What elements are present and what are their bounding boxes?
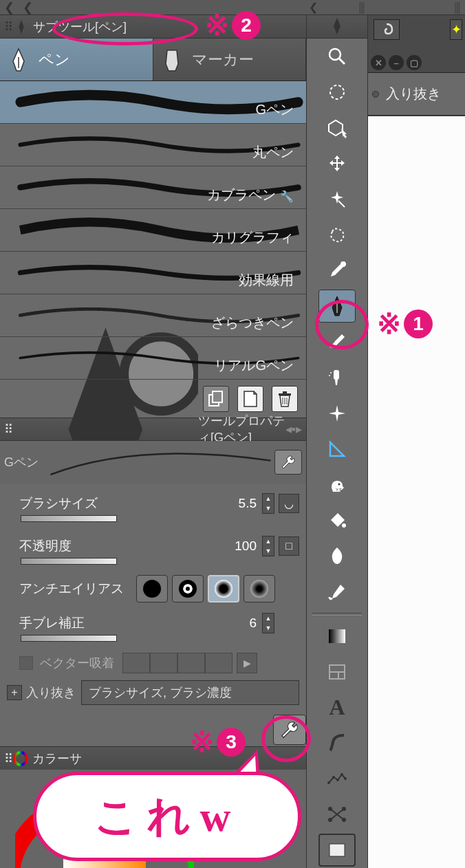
- inout-dropdown[interactable]: ブラシサイズ, ブラシ濃度: [81, 680, 299, 705]
- tool-gradient[interactable]: [318, 540, 356, 573]
- svg-point-28: [332, 776, 335, 779]
- tool-eyedropper[interactable]: [318, 254, 356, 287]
- maximize-window-button[interactable]: ▢: [407, 55, 422, 70]
- svg-point-11: [329, 49, 340, 60]
- tool-correct-line[interactable]: [318, 798, 356, 831]
- swirl-icon[interactable]: [374, 19, 400, 40]
- tool-last[interactable]: [318, 834, 356, 867]
- vector-snap-more[interactable]: ▶: [237, 653, 257, 673]
- svg-rect-4: [283, 391, 287, 393]
- opacity-slider[interactable]: [21, 558, 117, 565]
- inout-expand-button[interactable]: +: [7, 685, 22, 700]
- document-name[interactable]: 入り抜き: [386, 85, 441, 103]
- tool-operation[interactable]: [318, 111, 356, 144]
- tool-fill[interactable]: [318, 504, 356, 537]
- svg-point-18: [330, 372, 332, 373]
- subtool-panel-title-bar[interactable]: ⠿ サブツール[ペン]: [0, 15, 306, 39]
- brush-size-pressure-button[interactable]: ◡: [279, 494, 299, 513]
- vector-snap-checkbox[interactable]: [19, 656, 33, 670]
- eyedropper-icon: [327, 260, 347, 281]
- tool-move-layer[interactable]: [318, 147, 356, 180]
- brush-item-zaratsuki[interactable]: ざらつきペン: [0, 294, 306, 337]
- antialias-option-weak[interactable]: [172, 575, 204, 603]
- slider-indicator-icon[interactable]: ◂▪▸: [285, 422, 302, 437]
- svg-line-14: [338, 201, 345, 207]
- svg-point-37: [342, 818, 346, 822]
- panel-menu-icon[interactable]: ⠿: [4, 19, 11, 34]
- stabilize-slider[interactable]: [21, 635, 117, 642]
- tool-eraser[interactable]: [318, 433, 356, 466]
- tool-balloon[interactable]: [318, 726, 356, 759]
- magnifier-icon: [327, 46, 347, 67]
- close-window-button[interactable]: ✕: [371, 55, 386, 70]
- tool-frame[interactable]: [318, 655, 356, 688]
- tool-pen[interactable]: [318, 290, 356, 323]
- svg-rect-23: [329, 629, 345, 643]
- vector-snap-options[interactable]: [122, 653, 232, 673]
- tool-figure[interactable]: [318, 576, 356, 609]
- paint-brush-icon: [327, 582, 347, 603]
- brush-size-slider[interactable]: [21, 515, 117, 522]
- tool-selection[interactable]: [318, 183, 356, 216]
- stabilize-value: 6: [214, 616, 262, 631]
- tool-zoom[interactable]: [318, 40, 356, 73]
- brush-item-calligraphy[interactable]: カリグラフィ: [0, 209, 306, 252]
- canvas-area[interactable]: [368, 116, 465, 868]
- left-panel-topbar: ❮ ❮ |||: [0, 0, 465, 15]
- duplicate-brush-button[interactable]: [203, 386, 229, 412]
- panel-menu-icon[interactable]: ⠿: [4, 422, 13, 437]
- brush-item-realgpen[interactable]: リアルGペン: [0, 337, 306, 380]
- color-panel-title: カラーサ: [32, 750, 82, 767]
- brush-settings-button[interactable]: [274, 450, 302, 475]
- tab-marker[interactable]: マーカー: [153, 39, 307, 80]
- panel-grip-icon[interactable]: |||: [454, 0, 459, 14]
- tool-move[interactable]: [318, 76, 356, 109]
- brush-preview-label: Gペン: [4, 454, 39, 470]
- antialias-option-strong[interactable]: [244, 575, 275, 603]
- tool-palette-header[interactable]: [307, 15, 367, 39]
- brush-size-spinner[interactable]: ▲▼: [262, 493, 274, 514]
- tool-airbrush[interactable]: [318, 361, 356, 394]
- tool-blend[interactable]: Y.S: [318, 468, 356, 501]
- tool-gradient-tool[interactable]: [318, 620, 356, 653]
- brush-item-marupen[interactable]: 丸ペン: [0, 124, 306, 166]
- pen-nib-icon: [328, 295, 346, 317]
- antialias-option-mid[interactable]: [208, 575, 239, 603]
- delete-brush-button[interactable]: [272, 386, 298, 412]
- collapse-left-icon[interactable]: ❮: [4, 0, 14, 15]
- document-modified-dot: [372, 91, 379, 98]
- tool-auto-select[interactable]: [318, 219, 356, 252]
- brush-item-effectline[interactable]: 効果線用: [0, 252, 306, 294]
- brush-item-kabura[interactable]: カブラペン 🔧: [0, 166, 306, 209]
- subtool-title: サブツール[ペン]: [33, 19, 127, 35]
- tool-ruler[interactable]: [318, 762, 356, 795]
- tool-text[interactable]: A: [318, 691, 356, 724]
- dashed-circle-icon: [327, 82, 347, 102]
- svg-rect-38: [329, 844, 345, 856]
- opacity-pressure-button[interactable]: □: [279, 536, 299, 556]
- svg-point-22: [342, 523, 346, 528]
- new-brush-button[interactable]: [237, 386, 263, 412]
- stabilize-spinner[interactable]: ▲▼: [262, 613, 274, 633]
- tool-decoration[interactable]: [318, 397, 356, 430]
- svg-rect-2: [213, 391, 222, 402]
- brush-item-gpen[interactable]: Gペン: [0, 81, 306, 124]
- tool-pencil[interactable]: [318, 325, 356, 358]
- curve-icon: [327, 733, 347, 753]
- tool-property-title-bar[interactable]: ⠿ ツールプロパティ[Gペン] ◂▪▸: [0, 417, 306, 441]
- collapse-icon[interactable]: ❮: [309, 1, 318, 14]
- opacity-spinner[interactable]: ▲▼: [262, 536, 274, 556]
- antialias-option-none[interactable]: [136, 575, 168, 603]
- tab-pen[interactable]: ペン: [0, 39, 153, 80]
- star-button[interactable]: ✦: [450, 19, 462, 40]
- collapse-left-icon-2[interactable]: ❮: [23, 0, 33, 15]
- bucket-icon: [327, 510, 347, 531]
- minimize-window-button[interactable]: –: [389, 55, 404, 70]
- opacity-label: 不透明度: [19, 537, 122, 555]
- grip-icon[interactable]: |||: [358, 0, 364, 14]
- gradient-icon: [327, 627, 347, 645]
- tool-property-detail-button[interactable]: [273, 715, 306, 745]
- ruler-triangle-icon: [327, 440, 347, 459]
- pen-nib-icon: [330, 17, 344, 35]
- panel-menu-icon[interactable]: ⠿: [4, 751, 13, 766]
